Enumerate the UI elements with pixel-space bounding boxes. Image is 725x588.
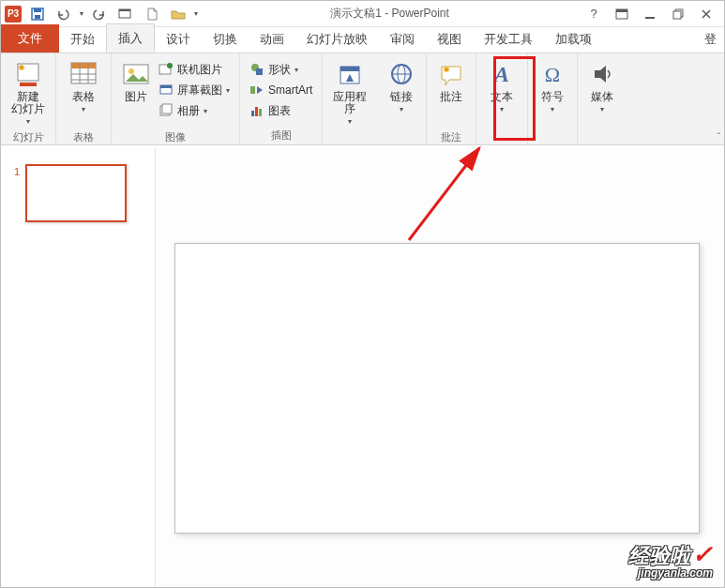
- svg-rect-29: [256, 68, 263, 75]
- svg-rect-25: [160, 85, 172, 88]
- table-icon: [68, 59, 98, 89]
- group-tables-label: 表格: [73, 128, 94, 144]
- tab-addins[interactable]: 加载项: [544, 25, 603, 53]
- tab-insert[interactable]: 插入: [106, 23, 155, 53]
- images-stack: 联机图片 屏幕截图 ▾ 相册 ▾: [155, 57, 234, 121]
- shapes-button[interactable]: 形状 ▾: [246, 59, 316, 80]
- open-file-button[interactable]: [168, 4, 189, 24]
- close-button[interactable]: [694, 4, 718, 24]
- tab-review[interactable]: 审阅: [379, 25, 426, 53]
- online-picture-label: 联机图片: [177, 62, 222, 78]
- comment-icon: [436, 59, 466, 89]
- thumbnail-pane[interactable]: 1: [1, 147, 156, 587]
- tab-file[interactable]: 文件: [1, 24, 59, 53]
- undo-more-icon[interactable]: ▾: [80, 9, 83, 18]
- tab-view[interactable]: 视图: [426, 25, 473, 53]
- ribbon-display-button[interactable]: [610, 4, 634, 24]
- login-button[interactable]: 登: [704, 31, 724, 53]
- svg-rect-30: [250, 86, 255, 94]
- media-button[interactable]: 媒体 ▾: [583, 57, 621, 128]
- new-slide-button[interactable]: 新建 幻灯片 ▾: [7, 57, 50, 128]
- tab-home[interactable]: 开始: [59, 25, 106, 53]
- smartart-button[interactable]: SmartArt: [246, 80, 316, 100]
- restore-button[interactable]: [666, 4, 690, 24]
- slide-number-1: 1: [14, 164, 25, 177]
- tab-design[interactable]: 设计: [155, 25, 202, 53]
- album-button[interactable]: 相册 ▾: [155, 100, 234, 121]
- tab-transition[interactable]: 切换: [202, 25, 249, 53]
- ribbon: 新建 幻灯片 ▾ 幻灯片 表格 ▾ 表格 图片: [1, 53, 724, 145]
- comment-label: 批注: [440, 91, 462, 103]
- text-icon: A: [487, 59, 517, 89]
- group-media: 媒体 ▾: [578, 53, 627, 144]
- group-slides: 新建 幻灯片 ▾ 幻灯片: [1, 53, 56, 144]
- apps-label: 应用程 序: [333, 91, 367, 115]
- symbol-label: 符号: [541, 91, 564, 103]
- online-picture-button[interactable]: 联机图片: [155, 59, 234, 80]
- comment-button[interactable]: 批注: [432, 57, 470, 128]
- tab-slideshow[interactable]: 幻灯片放映: [295, 25, 379, 53]
- new-slide-arrow-icon: ▾: [26, 115, 30, 128]
- picture-button[interactable]: 图片: [117, 57, 155, 128]
- screenshot-button[interactable]: 屏幕截图 ▾: [155, 80, 234, 100]
- save-button[interactable]: [27, 4, 48, 24]
- table-button[interactable]: 表格 ▾: [62, 57, 105, 128]
- new-slide-label: 新建 幻灯片: [11, 91, 45, 115]
- svg-point-23: [167, 63, 173, 68]
- text-arrow-icon: ▾: [500, 103, 504, 115]
- group-symbols-label: [551, 129, 554, 143]
- symbol-button[interactable]: Ω 符号 ▾: [534, 57, 571, 128]
- links-button[interactable]: 链接 ▾: [383, 57, 420, 128]
- text-button[interactable]: A 文本 ▾: [482, 57, 521, 128]
- tab-developer[interactable]: 开发工具: [473, 25, 544, 53]
- svg-rect-15: [71, 63, 96, 68]
- svg-point-21: [128, 68, 134, 74]
- collapse-ribbon-button[interactable]: ˆ: [717, 132, 720, 143]
- slide-thumbnail-1[interactable]: 1: [1, 164, 155, 222]
- group-apps-label: [349, 129, 352, 143]
- window-title: 演示文稿1 - PowerPoint: [198, 6, 582, 22]
- links-label: 链接: [390, 91, 413, 103]
- symbol-icon: Ω: [537, 59, 567, 89]
- redo-button[interactable]: [89, 4, 110, 24]
- media-arrow-icon: ▾: [600, 103, 604, 115]
- album-arrow-icon: ▾: [204, 107, 207, 115]
- slide-canvas[interactable]: [174, 243, 700, 534]
- slide-thumb-image: [25, 164, 127, 222]
- start-show-button[interactable]: [115, 4, 136, 24]
- tab-animation[interactable]: 动画: [249, 25, 295, 53]
- shapes-label: 形状: [268, 62, 291, 78]
- svg-rect-1: [34, 8, 41, 12]
- svg-rect-4: [119, 9, 130, 11]
- app-icon: P3: [5, 6, 22, 23]
- apps-icon: [335, 59, 365, 89]
- group-links-label: [400, 129, 403, 143]
- media-label: 媒体: [591, 91, 613, 103]
- group-text: A 文本 ▾: [476, 53, 528, 144]
- album-label: 相册: [177, 103, 200, 119]
- svg-rect-8: [673, 11, 681, 19]
- group-text-label: [501, 129, 504, 143]
- svg-rect-35: [340, 67, 359, 71]
- group-links: 链接 ▾: [377, 53, 427, 144]
- screenshot-label: 屏幕截图: [177, 83, 222, 98]
- table-label: 表格: [72, 91, 95, 103]
- undo-button[interactable]: [53, 4, 74, 24]
- links-arrow-icon: ▾: [400, 103, 403, 115]
- apps-button[interactable]: 应用程 序 ▾: [328, 57, 371, 128]
- svg-rect-27: [162, 104, 172, 113]
- minimize-button[interactable]: [638, 4, 662, 24]
- group-illustrations: 形状 ▾ SmartArt 图表 插图: [240, 53, 323, 144]
- new-file-button[interactable]: [142, 4, 162, 24]
- picture-icon: [121, 59, 151, 89]
- help-button[interactable]: ?: [582, 4, 606, 24]
- screenshot-icon: [159, 83, 174, 98]
- chart-button[interactable]: 图表: [246, 100, 316, 121]
- chart-label: 图表: [268, 103, 291, 119]
- svg-rect-32: [255, 107, 258, 116]
- svg-rect-13: [20, 83, 37, 86]
- links-icon: [386, 59, 416, 89]
- slide-editor[interactable]: [156, 147, 724, 587]
- svg-rect-6: [616, 9, 627, 12]
- ribbon-tabs: 文件 开始 插入 设计 切换 动画 幻灯片放映 审阅 视图 开发工具 加载项 登: [1, 27, 724, 53]
